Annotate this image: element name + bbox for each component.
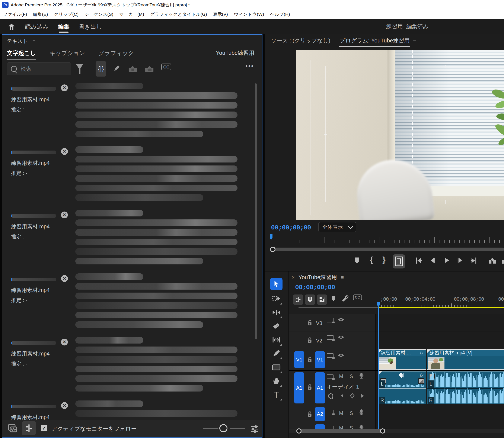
home-icon[interactable] [7,22,16,31]
panel-menu-icon[interactable]: ≡ [33,38,35,44]
create-caption-icon[interactable] [128,65,137,74]
sync-lock-icon[interactable] [327,374,334,379]
next-keyframe-icon[interactable] [360,393,365,399]
scrollbar-zoom-handle-right[interactable] [380,428,385,434]
ripple-edit-tool[interactable] [270,306,282,318]
audio-clip-2[interactable]: L R [427,371,504,404]
fx-badge[interactable]: fx [420,350,424,356]
audio-clip-1[interactable]: fx L R [378,371,426,404]
track-visibility-eye-icon[interactable] [337,317,345,323]
timeline-settings-wrench-icon[interactable] [342,295,349,303]
nest-sequences-toggle[interactable] [293,295,303,305]
source-monitor-tab[interactable]: ソース : (クリップなし) [271,37,330,44]
transcript-item[interactable]: ✕練習用素材.mp4推定 : - [2,273,262,337]
go-to-in-button[interactable] [415,257,423,264]
panel-menu-icon[interactable]: ≡ [413,37,416,44]
edit-pencil-icon[interactable] [113,64,121,73]
keyframe-type-icon[interactable] [327,393,334,400]
lock-icon[interactable] [307,384,313,391]
fx-badge[interactable]: fx [420,372,424,378]
type-tool[interactable]: T [270,389,282,401]
selection-tool[interactable] [270,278,282,290]
panel-menu-icon[interactable]: ≡ [341,274,344,280]
program-scrollbar[interactable] [270,248,504,251]
go-to-out-button[interactable] [470,257,477,264]
transcript-item[interactable]: ✕練習用素材.mp4推定 : - [2,210,262,273]
timeline-timecode[interactable]: 00;00;00;00 [295,284,335,291]
zoom-slider-handle[interactable] [219,424,227,432]
track-target-a1[interactable]: A1 [315,372,325,404]
transcript-list[interactable]: ✕練習用素材.mp4推定 : -✕練習用素材.mp4推定 : -✕練習用素材.m… [2,78,262,420]
speaker-name-redacted[interactable] [11,214,56,218]
more-options-icon[interactable]: ••• [245,63,254,70]
program-video-preview[interactable] [296,50,504,220]
timeline-hscrollbar-thumb[interactable] [297,429,385,433]
lock-icon[interactable] [307,337,313,344]
voiceover-mic-icon[interactable] [359,424,364,429]
timeline-hscrollbar[interactable] [289,429,504,433]
caption-track-view-button[interactable] [6,421,20,435]
menu-item-2[interactable]: クリップ(C) [54,11,78,17]
track-lane-a3[interactable] [375,423,504,429]
program-timecode[interactable]: 00;00;00;00 [271,224,311,231]
add-marker-button[interactable] [331,295,336,303]
delete-segment-icon[interactable]: ✕ [61,84,68,91]
mute-button[interactable]: M [339,425,343,429]
search-input[interactable]: 検索 [7,63,71,75]
track-visibility-eye-icon[interactable] [337,334,345,341]
mute-button[interactable]: M [339,410,343,416]
track-lane-v2[interactable] [375,332,504,349]
voiceover-mic-icon[interactable] [359,372,364,380]
sync-lock-icon[interactable] [327,426,334,429]
mute-button[interactable]: M [339,374,343,379]
add-marker-button[interactable] [354,257,360,264]
workspace-tab-2[interactable]: 書き出し [79,19,102,34]
transcript-scrollbar[interactable] [255,83,257,339]
speaker-name-redacted[interactable] [11,341,56,345]
razor-tool[interactable] [270,320,282,332]
step-forward-button[interactable] [457,257,463,264]
extract-button[interactable] [501,257,504,264]
track-lane-v3[interactable] [375,314,504,332]
add-keyframe-icon[interactable] [350,393,355,399]
solo-button[interactable]: S [350,374,353,379]
sequence-tab[interactable]: × YouTube練習用 ≡ [292,274,344,281]
export-caption-icon[interactable] [145,65,154,74]
segment-view-button[interactable] [22,421,36,435]
lock-icon[interactable] [307,411,313,418]
linked-selection-toggle[interactable] [317,295,327,305]
text-panel-tab-0[interactable]: 文字起こし [7,49,36,57]
rectangle-tool[interactable] [270,361,282,374]
cc-icon[interactable]: CC [161,65,171,69]
snap-toggle[interactable] [305,295,315,305]
menu-item-3[interactable]: シーケンス(S) [85,11,113,17]
track-visibility-eye-icon[interactable] [337,352,345,359]
lock-icon[interactable] [307,319,313,327]
sync-lock-icon[interactable] [327,410,334,414]
step-back-button[interactable] [429,257,436,264]
video-clip-1[interactable]: 練習用素材.... fx [378,349,426,370]
text-panel-tab-1[interactable]: キャプション [49,49,85,57]
voiceover-mic-icon[interactable] [359,409,364,416]
hand-tool[interactable] [270,375,282,387]
solo-button[interactable]: S [350,410,353,416]
transcript-item[interactable]: ✕練習用素材.mp4推定 : - [2,83,262,146]
source-patch-a1[interactable]: A1 [294,372,304,404]
solo-button[interactable]: S [350,425,353,429]
menu-item-4[interactable]: マーカー(M) [119,11,144,17]
text-panel-tab-2[interactable]: グラフィック [99,49,134,57]
scrollbar-zoom-handle-left[interactable] [296,428,302,434]
program-mini-timeline[interactable] [270,236,504,243]
delete-segment-icon[interactable]: ✕ [61,211,68,218]
menu-item-7[interactable]: ウィンドウ(W) [234,11,264,17]
source-patch-v1[interactable]: V1 [294,351,304,368]
delete-segment-icon[interactable]: ✕ [61,339,68,345]
export-frame-button[interactable] [393,254,405,268]
sync-lock-icon[interactable] [327,318,334,322]
video-clip-2[interactable]: 練習用素材.mp4 [V] [427,349,504,370]
follow-monitor-checkbox[interactable]: ✓ [41,425,47,431]
timeline-ruler[interactable] [378,302,504,307]
transcript-item[interactable]: ✕練習用素材.mp4推定 : - [2,146,262,210]
sync-lock-icon[interactable] [327,353,334,358]
speaker-name-redacted[interactable] [11,151,56,154]
